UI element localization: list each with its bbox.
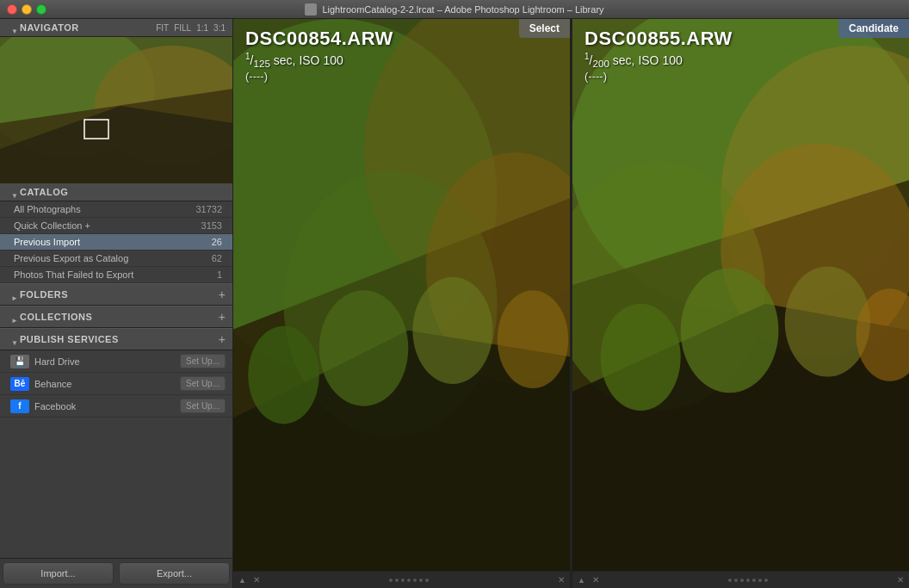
collections-section: Collections + [0,306,232,328]
filmstrip: ▲ ✕ ✕ ▲ ✕ [233,571,909,588]
right-area: DSC00854.ARW 1/125 sec, ISO 100 (----) S… [233,19,909,588]
svg-point-15 [412,277,492,384]
filmstrip-end-right[interactable]: ✕ [897,575,904,585]
photo-image-left [233,19,570,571]
navigator-preview[interactable] [0,37,232,183]
behance-icon: Bē [10,377,29,391]
publish-hard-drive[interactable]: 💾 Hard Drive Set Up... [0,350,232,373]
app-icon [305,3,317,15]
photo-filename-right: DSC00855.ARW [584,28,733,50]
photo-extra-right: (----) [584,70,733,83]
import-button[interactable]: Import... [3,562,114,585]
catalog-items: All Photographs 31732 Quick Collection +… [0,201,232,283]
compare-area: DSC00854.ARW 1/125 sec, ISO 100 (----) S… [233,19,909,571]
catalog-previous-export[interactable]: Previous Export as Catalog 62 [0,251,232,267]
minimize-button[interactable] [22,4,32,15]
candidate-badge: Candidate [838,19,909,38]
photo-pane-left[interactable]: DSC00854.ARW 1/125 sec, ISO 100 (----) S… [233,19,572,571]
publish-items: 💾 Hard Drive Set Up... Bē Behance Set Up… [0,350,232,418]
photo-pane-right[interactable]: DSC00855.ARW 1/200 sec, ISO 100 (----) C… [572,19,909,571]
maximize-button[interactable] [36,4,46,15]
publish-behance[interactable]: Bē Behance Set Up... [0,373,232,395]
navigator-image [0,37,232,183]
publish-add-button[interactable]: + [219,332,226,346]
folders-title: Folders [20,289,68,300]
catalog-title: Catalog [20,187,68,197]
titlebar: LightroomCatalog-2-2.lrcat – Adobe Photo… [0,0,909,19]
catalog-header[interactable]: Catalog [0,183,232,201]
navigator-title: Navigator [20,22,79,33]
collections-title: Collections [20,312,92,322]
filmstrip-dots-right [606,579,890,582]
select-badge: Select [519,19,570,38]
photo-image-right [572,19,909,571]
catalog-quick-collection[interactable]: Quick Collection + 3153 [0,218,232,234]
zoom-3to1-button[interactable]: 3:1 [213,23,226,33]
bottom-buttons: Import... Export... [0,558,232,588]
svg-point-26 [785,266,870,376]
publish-title: Publish Services [20,334,119,344]
filmstrip-expand-left[interactable]: ▲ [238,576,246,585]
publish-section: Publish Services + 💾 Hard Drive Set Up..… [0,328,232,558]
filmstrip-close-right[interactable]: ✕ [592,575,599,585]
svg-point-25 [681,268,779,393]
left-panel: Navigator FIT FILL 1:1 3:1 [0,19,233,588]
catalog-previous-import[interactable]: Previous Import 26 [0,234,232,251]
facebook-setup-button[interactable]: Set Up... [180,399,226,413]
collections-header[interactable]: Collections + [0,306,232,328]
export-button[interactable]: Export... [119,562,230,585]
catalog-all-photographs[interactable]: All Photographs 31732 [0,201,232,218]
navigator-thumbnail [0,37,232,183]
photo-info-right: DSC00855.ARW 1/200 sec, ISO 100 (----) [584,28,733,83]
filmstrip-close-left[interactable]: ✕ [253,575,260,585]
hdd-setup-button[interactable]: Set Up... [180,354,226,368]
svg-point-14 [319,290,408,405]
publish-header[interactable]: Publish Services + [0,328,232,350]
behance-setup-button[interactable]: Set Up... [180,376,226,391]
catalog-failed-export[interactable]: Photos That Failed to Export 1 [0,267,232,283]
folders-add-button[interactable]: + [219,288,226,301]
navigator-header[interactable]: Navigator FIT FILL 1:1 3:1 [0,19,232,37]
facebook-icon: f [10,399,29,413]
filmstrip-end-left[interactable]: ✕ [558,575,565,585]
photo-exposure-right: 1/200 sec, ISO 100 [584,52,733,69]
close-button[interactable] [7,4,17,15]
hdd-icon: 💾 [10,355,29,368]
publish-facebook[interactable]: f Facebook Set Up... [0,395,232,418]
catalog-section: Catalog All Photographs 31732 Quick Coll… [0,183,232,283]
collections-add-button[interactable]: + [219,310,226,324]
filmstrip-expand-right[interactable]: ▲ [578,576,585,585]
photo-extra-left: (----) [245,70,393,83]
navigator-zoom-controls[interactable]: FIT FILL 1:1 3:1 [156,23,226,33]
zoom-fit-button[interactable]: FIT [156,23,169,33]
folders-header[interactable]: Folders + [0,283,232,306]
photo-info-left: DSC00854.ARW 1/125 sec, ISO 100 (----) [245,28,393,83]
main-layout: Navigator FIT FILL 1:1 3:1 [0,19,909,588]
svg-point-16 [498,290,569,388]
zoom-1to1-button[interactable]: 1:1 [196,23,208,33]
window-controls[interactable] [7,4,46,15]
svg-point-13 [248,326,319,424]
navigator-section: Navigator FIT FILL 1:1 3:1 [0,19,232,183]
photo-exposure-left: 1/125 sec, ISO 100 [245,52,393,69]
filmstrip-left: ▲ ✕ ✕ [233,575,570,585]
photo-svg-left [233,19,570,571]
zoom-fill-button[interactable]: FILL [174,23,191,33]
svg-point-24 [601,304,681,411]
folders-section: Folders + [0,283,232,306]
filmstrip-dots-left [267,579,551,582]
window-title: LightroomCatalog-2-2.lrcat – Adobe Photo… [305,3,603,15]
filmstrip-right: ▲ ✕ ✕ [572,575,909,585]
photo-filename-left: DSC00854.ARW [245,28,393,50]
photo-svg-right [572,19,909,571]
